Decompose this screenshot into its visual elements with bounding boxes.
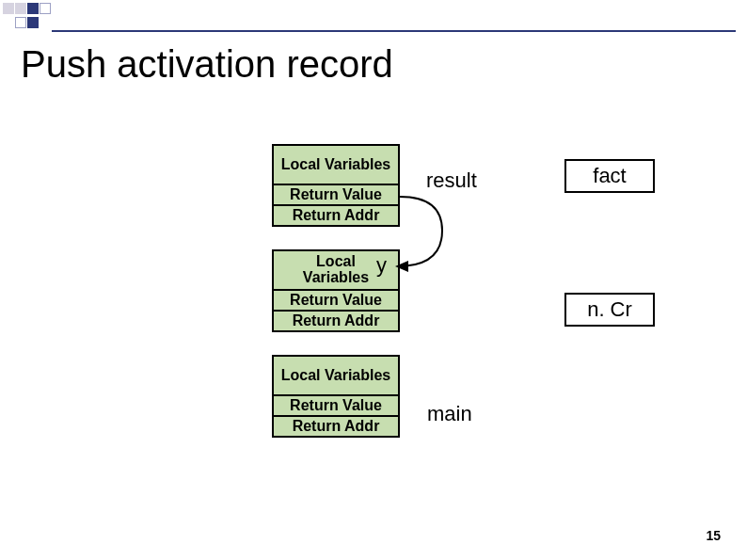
label-result: result xyxy=(426,168,477,193)
deco-square-dark xyxy=(27,3,39,14)
label-main: main xyxy=(427,402,472,426)
deco-square-dark xyxy=(27,17,39,28)
activation-record-main: Local Variables Return Value Return Addr xyxy=(272,355,400,438)
cell-return-value: Return Value xyxy=(272,184,400,206)
slide-title: Push activation record xyxy=(21,43,747,86)
decoration-squares-top xyxy=(0,0,747,14)
decoration-squares-bot xyxy=(0,14,747,28)
label-ncr-box: n. Cr xyxy=(564,293,655,327)
cell-local-variables: Local Variables xyxy=(272,355,400,396)
cell-local-variables: Local Variables xyxy=(272,144,400,185)
deco-square xyxy=(3,3,14,14)
divider xyxy=(52,30,736,32)
label-fact-box: fact xyxy=(564,159,655,193)
deco-square-outline xyxy=(15,17,26,28)
arrow-result-to-y xyxy=(390,184,466,278)
activation-record-fact: Local Variables Return Value Return Addr xyxy=(272,144,400,227)
diagram-stage: Local Variables Return Value Return Addr… xyxy=(0,127,747,522)
deco-square-outline xyxy=(40,3,51,14)
cell-return-value: Return Value xyxy=(272,394,400,417)
cell-local-variables-label: Local Variables xyxy=(294,254,378,286)
cell-return-value: Return Value xyxy=(272,289,400,312)
cell-return-addr: Return Addr xyxy=(272,204,400,227)
slide-number: 15 xyxy=(706,528,721,543)
cell-return-addr: Return Addr xyxy=(272,310,400,332)
deco-square xyxy=(15,3,26,14)
cell-return-addr: Return Addr xyxy=(272,415,400,438)
variable-y-label: y xyxy=(376,253,387,278)
